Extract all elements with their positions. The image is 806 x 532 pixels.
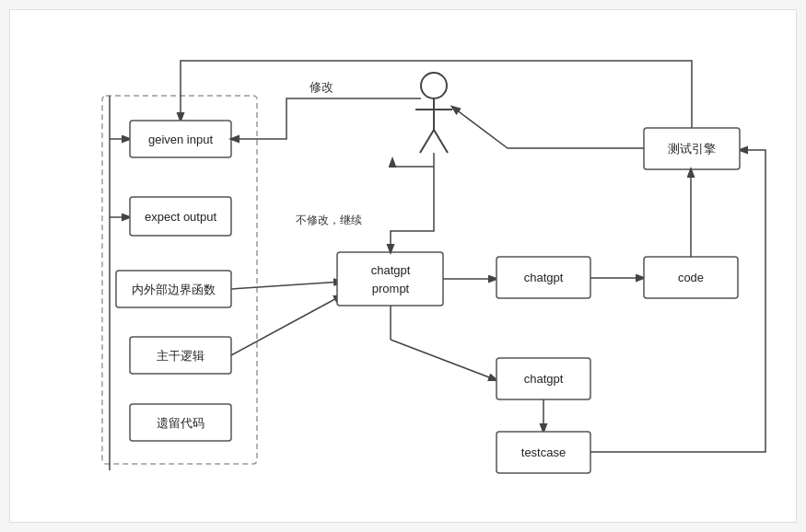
modify-label: 修改 bbox=[310, 80, 333, 94]
flow-diagram-svg: geiven input expect output 内外部边界函数 主干逻辑 … bbox=[10, 10, 796, 522]
svg-line-21 bbox=[391, 340, 496, 380]
svg-text:测试引擎: 测试引擎 bbox=[668, 142, 716, 156]
svg-line-34 bbox=[434, 130, 448, 153]
svg-rect-11 bbox=[337, 252, 443, 306]
svg-text:chatgpt: chatgpt bbox=[524, 372, 564, 386]
no-modify-label: 不修改，继续 bbox=[296, 214, 362, 226]
svg-line-10 bbox=[231, 295, 342, 355]
svg-point-30 bbox=[421, 73, 447, 98]
svg-text:chatgpt: chatgpt bbox=[524, 271, 564, 284]
svg-line-33 bbox=[420, 130, 434, 153]
main-logic-label: 主干逻辑 bbox=[157, 349, 204, 363]
given-input-label: geiven input bbox=[148, 133, 213, 146]
svg-text:chatgpt: chatgpt bbox=[371, 263, 411, 277]
boundary-func-label: 内外部边界函数 bbox=[132, 283, 216, 296]
svg-text:code: code bbox=[678, 271, 704, 284]
svg-text:testcase: testcase bbox=[521, 445, 566, 459]
svg-text:prompt: prompt bbox=[372, 282, 410, 295]
legacy-code-label: 遗留代码 bbox=[157, 416, 204, 430]
diagram-container: geiven input expect output 内外部边界函数 主干逻辑 … bbox=[9, 9, 797, 523]
expect-output-label: expect output bbox=[145, 210, 216, 224]
svg-line-9 bbox=[231, 282, 342, 289]
